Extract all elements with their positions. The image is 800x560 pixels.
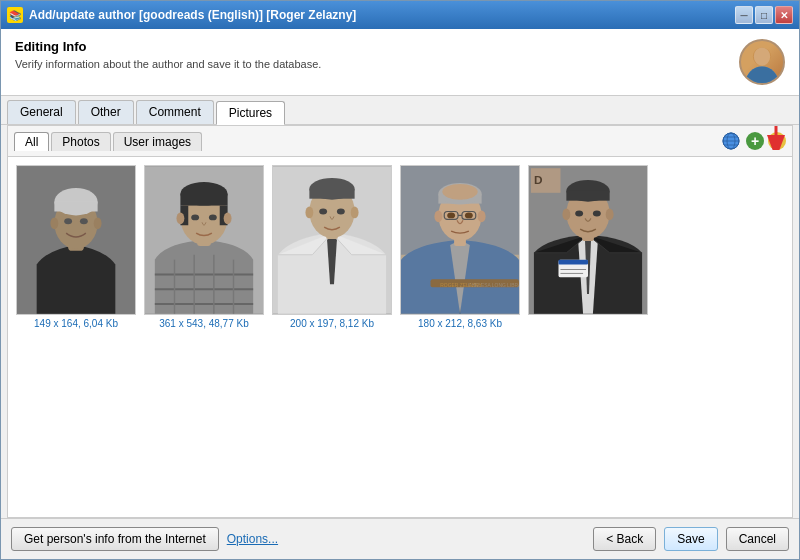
image-item-4[interactable]: ROGER ZELAZNY CHELESA LONG LIBRARY 180 x… <box>400 165 520 329</box>
image-thumb-5[interactable]: D <box>528 165 648 315</box>
add-image-button[interactable]: + <box>746 132 764 150</box>
svg-rect-18 <box>54 202 97 212</box>
main-window: 📚 Add/update author [goodreads (English)… <box>0 0 800 560</box>
svg-point-59 <box>447 212 455 218</box>
svg-rect-45 <box>309 189 354 199</box>
subtab-user-images[interactable]: User images <box>113 132 202 151</box>
svg-point-39 <box>176 212 184 224</box>
image-label-2: 361 x 543, 48,77 Kb <box>159 318 249 329</box>
svg-point-37 <box>191 214 199 220</box>
image-item-1[interactable]: 149 x 164, 6,04 Kb <box>16 165 136 329</box>
toolbar-icons: + − <box>720 130 786 152</box>
title-bar: 📚 Add/update author [goodreads (English)… <box>1 1 799 29</box>
remove-image-button[interactable]: − <box>768 132 786 150</box>
svg-point-80 <box>562 209 570 221</box>
subtab-all[interactable]: All <box>14 132 49 151</box>
window-icon: 📚 <box>7 7 23 23</box>
svg-point-58 <box>442 184 477 200</box>
svg-point-4 <box>746 67 779 83</box>
svg-point-79 <box>593 211 601 217</box>
svg-point-38 <box>209 214 217 220</box>
author-avatar <box>739 39 785 85</box>
tab-other[interactable]: Other <box>78 100 134 124</box>
svg-point-20 <box>80 218 88 224</box>
window-title: Add/update author [goodreads (English)] … <box>29 8 735 22</box>
svg-point-48 <box>305 207 313 219</box>
editing-info-heading: Editing Info <box>15 39 321 54</box>
svg-point-40 <box>224 212 232 224</box>
svg-point-78 <box>575 211 583 217</box>
title-bar-buttons: ─ □ ✕ <box>735 6 793 24</box>
image-label-1: 149 x 164, 6,04 Kb <box>34 318 118 329</box>
main-tabs: General Other Comment Pictures <box>1 96 799 125</box>
image-thumb-2[interactable] <box>144 165 264 315</box>
cancel-button[interactable]: Cancel <box>726 527 789 551</box>
svg-point-65 <box>478 211 486 223</box>
svg-point-19 <box>64 218 72 224</box>
svg-point-22 <box>94 217 102 229</box>
svg-point-21 <box>50 217 58 229</box>
image-item-3[interactable]: 200 x 197, 8,12 Kb <box>272 165 392 329</box>
svg-text:D: D <box>534 173 543 187</box>
svg-rect-71 <box>559 260 589 265</box>
image-item-2[interactable]: 361 x 543, 48,77 Kb <box>144 165 264 329</box>
options-link[interactable]: Options... <box>227 532 278 546</box>
save-button[interactable]: Save <box>664 527 717 551</box>
sub-tabs: All Photos User images <box>14 132 720 151</box>
svg-point-81 <box>606 209 614 221</box>
tab-pictures[interactable]: Pictures <box>216 101 285 125</box>
svg-point-3 <box>754 47 770 65</box>
editing-info-description: Verify information about the author and … <box>15 58 321 70</box>
editing-info-header: Editing Info Verify information about th… <box>1 29 799 96</box>
get-person-info-button[interactable]: Get person's info from the Internet <box>11 527 219 551</box>
image-thumb-3[interactable] <box>272 165 392 315</box>
minimize-button[interactable]: ─ <box>735 6 753 24</box>
back-button[interactable]: < Back <box>593 527 656 551</box>
image-label-3: 200 x 197, 8,12 Kb <box>290 318 374 329</box>
subtab-photos[interactable]: Photos <box>51 132 110 151</box>
tab-comment[interactable]: Comment <box>136 100 214 124</box>
image-thumb-1[interactable] <box>16 165 136 315</box>
image-label-4: 180 x 212, 8,63 Kb <box>418 318 502 329</box>
svg-point-64 <box>434 211 442 223</box>
svg-rect-34 <box>180 194 227 206</box>
svg-point-47 <box>337 209 345 215</box>
svg-point-49 <box>351 207 359 219</box>
sub-tabs-row: All Photos User images + <box>8 126 792 157</box>
maximize-button[interactable]: □ <box>755 6 773 24</box>
bottom-bar: Get person's info from the Internet Opti… <box>1 518 799 559</box>
images-scroll-area[interactable]: 149 x 164, 6,04 Kb <box>8 157 792 517</box>
image-thumb-4[interactable]: ROGER ZELAZNY CHELESA LONG LIBRARY <box>400 165 520 315</box>
content-area: All Photos User images + <box>7 125 793 518</box>
close-button[interactable]: ✕ <box>775 6 793 24</box>
editing-info-text: Editing Info Verify information about th… <box>15 39 321 70</box>
svg-text:CHELESA LONG LIBRARY: CHELESA LONG LIBRARY <box>468 283 519 288</box>
svg-point-60 <box>465 212 473 218</box>
svg-rect-77 <box>566 191 609 201</box>
images-grid: 149 x 164, 6,04 Kb <box>16 165 784 329</box>
globe-icon-button[interactable] <box>720 130 742 152</box>
image-item-5[interactable]: D <box>528 165 648 329</box>
tab-general[interactable]: General <box>7 100 76 124</box>
svg-point-46 <box>319 209 327 215</box>
